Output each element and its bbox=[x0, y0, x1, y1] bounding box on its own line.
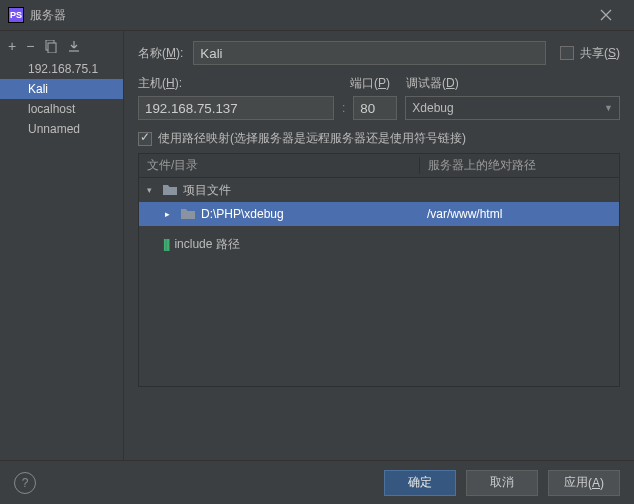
debugger-label: 调试器(D) bbox=[406, 75, 459, 92]
server-list: 192.168.75.1KalilocalhostUnnamed bbox=[0, 59, 123, 460]
add-icon[interactable]: + bbox=[8, 39, 16, 53]
cancel-button[interactable]: 取消 bbox=[466, 470, 538, 496]
apply-button[interactable]: 应用(A) bbox=[548, 470, 620, 496]
host-port-separator: : bbox=[342, 101, 345, 115]
chevron-right-icon[interactable]: ▸ bbox=[165, 209, 175, 219]
remove-icon[interactable]: − bbox=[26, 39, 34, 53]
sidebar-toolbar: + − bbox=[0, 31, 123, 59]
debugger-value: Xdebug bbox=[412, 101, 453, 115]
svg-rect-1 bbox=[48, 43, 56, 53]
tree-col-files: 文件/目录 bbox=[139, 157, 419, 174]
name-label: 名称(M): bbox=[138, 45, 183, 62]
tree-row-label: D:\PHP\xdebug bbox=[201, 207, 284, 221]
sidebar-item[interactable]: Unnamed bbox=[0, 119, 123, 139]
tree-row-path[interactable]: /var/www/html bbox=[419, 207, 619, 221]
chevron-down-icon[interactable]: ▾ bbox=[147, 185, 157, 195]
port-input[interactable] bbox=[353, 96, 397, 120]
path-mapping-label: 使用路径映射(选择服务器是远程服务器还是使用符号链接) bbox=[158, 130, 466, 147]
port-label: 端口(P) bbox=[350, 75, 406, 92]
import-icon[interactable] bbox=[67, 40, 80, 53]
tree-row[interactable]: ||||include 路径 bbox=[139, 232, 619, 256]
tree-body: ▾项目文件▸D:\PHP\xdebug/var/www/html||||incl… bbox=[138, 177, 620, 387]
folder-icon bbox=[181, 208, 195, 220]
tree-row[interactable]: ▸D:\PHP\xdebug/var/www/html bbox=[139, 202, 619, 226]
help-icon[interactable]: ? bbox=[14, 472, 36, 494]
tree-col-path: 服务器上的绝对路径 bbox=[419, 157, 619, 174]
folder-icon bbox=[163, 184, 177, 196]
sidebar-item[interactable]: localhost bbox=[0, 99, 123, 119]
debugger-select[interactable]: Xdebug ▼ bbox=[405, 96, 620, 120]
path-mapping-checkbox[interactable] bbox=[138, 132, 152, 146]
host-input[interactable] bbox=[138, 96, 334, 120]
sidebar-item[interactable]: Kali bbox=[0, 79, 123, 99]
copy-icon[interactable] bbox=[44, 40, 57, 53]
tree-row-label: 项目文件 bbox=[183, 182, 231, 199]
name-input[interactable] bbox=[193, 41, 546, 65]
app-logo: PS bbox=[8, 7, 24, 23]
share-checkbox[interactable] bbox=[560, 46, 574, 60]
tree-row[interactable]: ▾项目文件 bbox=[139, 178, 619, 202]
window-title: 服务器 bbox=[30, 7, 600, 24]
close-icon[interactable] bbox=[600, 9, 626, 21]
tree-header: 文件/目录 服务器上的绝对路径 bbox=[138, 153, 620, 177]
tree-row-label: include 路径 bbox=[174, 236, 239, 253]
sidebar-item[interactable]: 192.168.75.1 bbox=[0, 59, 123, 79]
host-label: 主机(H): bbox=[138, 75, 350, 92]
chevron-down-icon: ▼ bbox=[604, 103, 613, 113]
include-icon: |||| bbox=[163, 237, 168, 251]
share-label: 共享(S) bbox=[580, 45, 620, 62]
ok-button[interactable]: 确定 bbox=[384, 470, 456, 496]
